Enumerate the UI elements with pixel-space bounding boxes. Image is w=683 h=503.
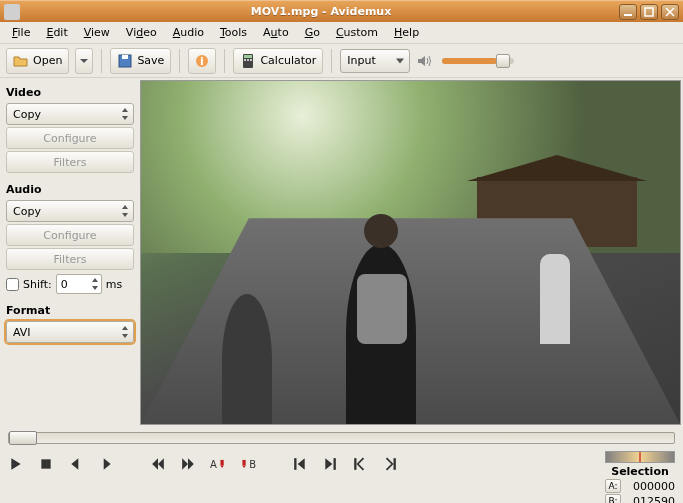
separator — [179, 49, 180, 73]
toolbar: Open Save i Calculator Input — [0, 44, 683, 78]
close-button[interactable] — [661, 4, 679, 20]
goto-end-button[interactable] — [322, 456, 338, 472]
format-heading: Format — [6, 304, 134, 317]
volume-icon[interactable] — [416, 53, 432, 69]
menu-help[interactable]: Help — [386, 24, 427, 41]
audio-configure-button[interactable]: Configure — [6, 224, 134, 246]
titlebar: MOV1.mpg - Avidemux — [0, 0, 683, 22]
prev-frame-button[interactable] — [68, 456, 84, 472]
info-icon: i — [194, 53, 210, 69]
selection-b-button[interactable]: B: — [605, 494, 621, 503]
menu-view[interactable]: View — [76, 24, 118, 41]
menu-audio[interactable]: Audio — [165, 24, 212, 41]
svg-rect-9 — [247, 59, 249, 61]
selection-bar — [605, 451, 675, 463]
separator — [331, 49, 332, 73]
scrub-handle[interactable] — [9, 431, 37, 445]
menu-edit[interactable]: Edit — [38, 24, 75, 41]
menu-tools[interactable]: Tools — [212, 24, 255, 41]
maximize-button[interactable] — [640, 4, 658, 20]
transport-controls: A B — [8, 453, 398, 475]
scrub-track[interactable] — [8, 432, 675, 444]
open-dropdown[interactable] — [75, 48, 93, 74]
audio-heading: Audio — [6, 183, 134, 196]
selection-a-value: 000000 — [623, 480, 675, 493]
set-marker-b-button[interactable]: B — [240, 456, 256, 472]
shift-spinbox[interactable]: 0 — [56, 274, 102, 294]
svg-rect-14 — [294, 458, 296, 470]
selection-a-button[interactable]: A: — [605, 479, 621, 493]
calculator-icon — [240, 53, 256, 69]
selection-heading: Selection — [605, 465, 675, 478]
prev-black-button[interactable] — [352, 456, 368, 472]
calculator-label: Calculator — [260, 54, 316, 67]
shift-label: Shift: — [23, 278, 52, 291]
video-configure-button[interactable]: Configure — [6, 127, 134, 149]
separator — [101, 49, 102, 73]
selection-a-row: A: 000000 — [605, 479, 675, 493]
shift-row: Shift: 0 ms — [6, 274, 134, 294]
next-black-button[interactable] — [382, 456, 398, 472]
video-filters-button[interactable]: Filters — [6, 151, 134, 173]
video-preview — [140, 80, 681, 425]
open-button[interactable]: Open — [6, 48, 69, 74]
set-marker-a-button[interactable]: A — [210, 456, 226, 472]
menu-custom[interactable]: Custom — [328, 24, 386, 41]
format-combo[interactable]: AVI — [6, 321, 134, 343]
svg-rect-13 — [242, 460, 245, 466]
svg-rect-1 — [645, 8, 653, 16]
video-heading: Video — [6, 86, 134, 99]
open-label: Open — [33, 54, 62, 67]
save-button[interactable]: Save — [110, 48, 171, 74]
svg-rect-15 — [334, 458, 336, 470]
folder-open-icon — [13, 53, 29, 69]
info-button[interactable]: i — [188, 48, 216, 74]
svg-rect-11 — [41, 459, 50, 468]
selection-b-row: B: 012590 — [605, 494, 675, 503]
save-label: Save — [137, 54, 164, 67]
input-dropdown[interactable]: Input — [340, 49, 410, 73]
sidebar: Video Copy Configure Filters Audio Copy … — [0, 78, 140, 427]
svg-rect-3 — [122, 55, 128, 59]
forward-button[interactable] — [180, 456, 196, 472]
menu-go[interactable]: Go — [297, 24, 328, 41]
svg-rect-12 — [220, 460, 223, 466]
shift-unit: ms — [106, 278, 122, 291]
play-button[interactable] — [8, 456, 24, 472]
menu-file[interactable]: File — [4, 24, 38, 41]
menu-auto[interactable]: Auto — [255, 24, 297, 41]
window-title: MOV1.mpg - Avidemux — [26, 5, 616, 18]
audio-codec-combo[interactable]: Copy — [6, 200, 134, 222]
svg-rect-10 — [250, 59, 252, 61]
shift-checkbox[interactable] — [6, 278, 19, 291]
svg-rect-7 — [244, 55, 252, 58]
selection-panel: Selection A: 000000 B: 012590 — [605, 451, 675, 503]
main-area: Video Copy Configure Filters Audio Copy … — [0, 78, 683, 427]
input-label: Input — [347, 54, 375, 67]
minimize-button[interactable] — [619, 4, 637, 20]
app-icon — [4, 4, 20, 20]
svg-rect-0 — [624, 14, 632, 16]
scrub-bar — [0, 427, 683, 449]
svg-rect-16 — [354, 458, 356, 470]
video-codec-combo[interactable]: Copy — [6, 103, 134, 125]
goto-start-button[interactable] — [292, 456, 308, 472]
calculator-button[interactable]: Calculator — [233, 48, 323, 74]
svg-rect-17 — [394, 458, 396, 470]
menu-video[interactable]: Video — [118, 24, 165, 41]
svg-rect-8 — [244, 59, 246, 61]
menubar: File Edit View Video Audio Tools Auto Go… — [0, 22, 683, 44]
separator — [224, 49, 225, 73]
rewind-button[interactable] — [150, 456, 166, 472]
audio-filters-button[interactable]: Filters — [6, 248, 134, 270]
floppy-icon — [117, 53, 133, 69]
selection-b-value: 012590 — [623, 495, 675, 504]
volume-slider[interactable] — [442, 58, 514, 64]
control-row: A B Selection A: 000000 B: 012590 — [0, 449, 683, 503]
next-frame-button[interactable] — [98, 456, 114, 472]
stop-button[interactable] — [38, 456, 54, 472]
svg-text:i: i — [201, 55, 205, 68]
